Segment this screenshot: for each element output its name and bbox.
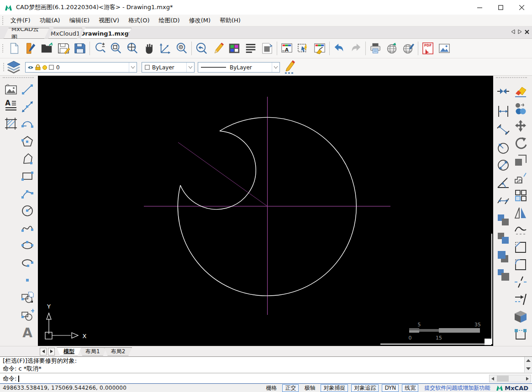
zoom-scale-button[interactable] — [91, 40, 108, 57]
zoom-center-button[interactable] — [174, 40, 190, 57]
maximize-button[interactable] — [490, 0, 511, 15]
layer-lock-icon[interactable] — [35, 64, 41, 70]
spline-edit-button[interactable] — [513, 223, 528, 237]
menu-format[interactable]: 格式(O) — [124, 15, 154, 26]
open-drawing-button[interactable] — [22, 40, 39, 57]
zoom-previous-button[interactable] — [193, 40, 210, 57]
lineweight-button[interactable] — [259, 40, 275, 57]
layer-color-swatch[interactable] — [49, 65, 54, 70]
drawing-canvas[interactable]: Y X 5 35 0 15 — [38, 76, 493, 346]
dim-linear-button[interactable] — [496, 104, 511, 119]
erase-button[interactable] — [513, 84, 528, 99]
color-palette-button[interactable] — [226, 40, 242, 57]
tab-mxcad-cloud[interactable]: MxCAD云图 — [4, 28, 49, 39]
tab-model[interactable]: 模型 — [57, 347, 81, 356]
circle-button[interactable] — [20, 204, 35, 218]
layer-select[interactable]: 0 — [25, 62, 137, 73]
menu-draw[interactable]: 绘图(D) — [154, 15, 184, 26]
command-history-scrollbar[interactable] — [524, 357, 532, 372]
image-export-button[interactable] — [436, 40, 453, 57]
mirror-button[interactable] — [513, 205, 528, 220]
tab-layout1[interactable]: 布局1 — [79, 347, 107, 356]
array-button[interactable] — [513, 188, 528, 203]
insert-image-button[interactable] — [4, 82, 18, 97]
dim-jog-button[interactable] — [496, 193, 511, 208]
toggle-otrack[interactable]: 对象追踪 — [351, 384, 379, 392]
rectangle-button[interactable] — [20, 169, 35, 183]
toggle-grid[interactable]: 栅格 — [263, 385, 279, 392]
layer-freeze-icon[interactable] — [42, 65, 47, 70]
tab-scroll-right-icon[interactable] — [518, 29, 522, 34]
hscroll-thumb[interactable] — [497, 376, 509, 382]
arc-3point-button[interactable] — [20, 186, 35, 201]
command-history[interactable]: [栏选(F)]选择要修剪的对象: 命令: c *取消* — [0, 357, 524, 372]
menu-function[interactable]: 功能(A) — [35, 15, 65, 26]
layer-dropdown-chevron[interactable] — [129, 63, 137, 72]
dim-aligned-button[interactable] — [496, 122, 511, 137]
web-publish-button[interactable] — [384, 40, 400, 57]
open-folder-button[interactable] — [39, 40, 55, 57]
inner-circle-arc[interactable] — [180, 131, 256, 209]
dim-radius-button[interactable] — [496, 141, 511, 155]
ucs-view-button[interactable] — [157, 40, 174, 57]
draworder-below-button[interactable] — [496, 267, 511, 282]
scroll-right-icon[interactable] — [526, 377, 529, 381]
undo-button[interactable] — [331, 40, 348, 57]
block-create-button[interactable] — [20, 308, 35, 322]
toggle-dyn[interactable]: DYN — [382, 384, 399, 392]
construction-diagonal-line[interactable] — [178, 142, 268, 206]
linetype-dropdown-chevron[interactable] — [272, 63, 279, 72]
draworder-front-button[interactable] — [496, 213, 511, 227]
block-insert-button[interactable] — [20, 290, 35, 305]
offset-button[interactable] — [513, 171, 528, 185]
minimize-button[interactable] — [469, 0, 490, 15]
menu-modify[interactable]: 修改(M) — [184, 15, 215, 26]
print-button[interactable] — [367, 40, 384, 57]
feedback-link[interactable]: 提交软件问题或增加新功能 — [424, 384, 490, 392]
toggle-polar[interactable]: 极轴 — [302, 385, 317, 392]
polygon-button[interactable] — [20, 134, 35, 149]
edit-selection-button[interactable] — [295, 40, 311, 57]
menu-file[interactable]: 文件(F) — [6, 15, 35, 26]
canvas-vscroll-thumb[interactable] — [491, 234, 492, 344]
color-dropdown-chevron[interactable] — [186, 63, 194, 72]
scroll-down-icon[interactable] — [526, 366, 531, 371]
color-select[interactable]: ByLayer — [142, 62, 195, 73]
tab-drawing1[interactable]: Drawing1.mxg* — [80, 28, 132, 39]
tab-mxcloud1[interactable]: MxCloud1 — [48, 28, 82, 39]
pdf-export-button[interactable]: PDF — [420, 40, 436, 57]
canvas-scroll-corner[interactable] — [485, 339, 491, 345]
web-upload-button[interactable] — [400, 40, 416, 57]
pline-edit-button[interactable] — [513, 327, 528, 341]
ellipse-arc-button[interactable] — [20, 256, 35, 270]
toggle-osnap[interactable]: 对象捕捉 — [321, 384, 348, 392]
new-file-button[interactable] — [6, 40, 22, 57]
copy-button[interactable] — [513, 101, 528, 116]
dim-diameter-button[interactable] — [496, 158, 511, 172]
property-brush-button[interactable] — [311, 40, 328, 57]
linetype-manager-button[interactable] — [242, 40, 259, 57]
save-button[interactable] — [55, 40, 72, 57]
scale-button[interactable] — [513, 153, 528, 168]
scroll-up-icon[interactable] — [526, 358, 531, 363]
draworder-back-button[interactable] — [496, 231, 511, 246]
menu-help[interactable]: 帮助(H) — [215, 15, 245, 26]
rotate-button[interactable] — [513, 136, 528, 151]
toggle-ortho[interactable]: 正交 — [282, 384, 299, 392]
move-button[interactable] — [513, 119, 528, 133]
break-button[interactable] — [513, 275, 528, 289]
close-button[interactable] — [511, 0, 532, 15]
arc-button[interactable] — [20, 117, 35, 131]
lineweight-pencil-icon[interactable] — [284, 60, 296, 74]
menu-edit[interactable]: 编辑(E) — [65, 15, 94, 26]
construction-line-button[interactable] — [20, 99, 35, 114]
command-hscrollbar[interactable] — [489, 375, 531, 382]
dim-angular-button[interactable] — [496, 175, 511, 190]
line-button[interactable] — [20, 82, 35, 97]
scroll-left-icon[interactable] — [491, 377, 494, 381]
hatch-button[interactable] — [4, 116, 18, 131]
draworder-above-button[interactable] — [496, 249, 511, 264]
toggle-lineweight[interactable]: 线宽 — [402, 384, 418, 392]
tab-close-icon[interactable] — [525, 30, 529, 34]
draw-pencil-button[interactable] — [210, 40, 226, 57]
